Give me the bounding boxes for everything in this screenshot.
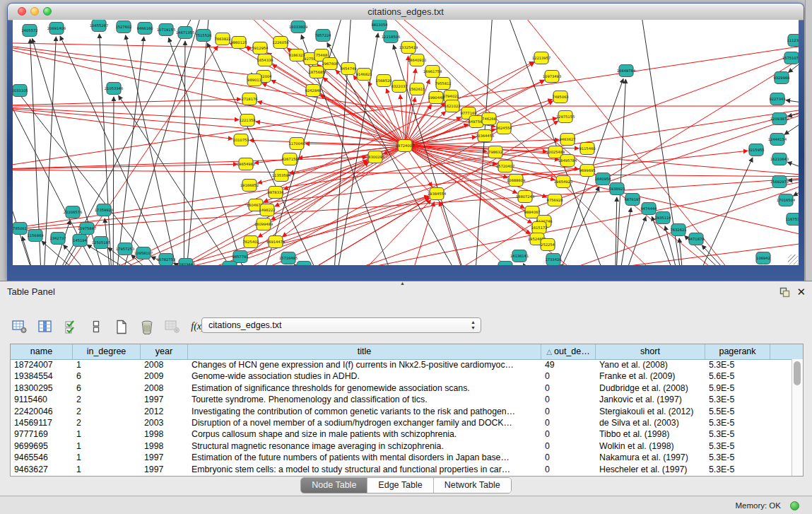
- edge[interactable]: [13, 99, 241, 106]
- edge[interactable]: [242, 264, 254, 265]
- cell[interactable]: 49: [541, 359, 596, 370]
- edge[interactable]: [60, 36, 184, 265]
- citation-network-graph[interactable]: 1872400718300295193845548322037156261513…: [13, 20, 799, 265]
- cell[interactable]: de Silva et al. (2003): [596, 417, 705, 428]
- node-9227343[interactable]: 9227343: [769, 93, 785, 105]
- edge[interactable]: [405, 62, 534, 146]
- node-9242848[interactable]: 9242848: [305, 85, 321, 97]
- edge[interactable]: [262, 83, 405, 146]
- table-settings-button[interactable]: [10, 317, 30, 336]
- window-resize-grip[interactable]: [788, 255, 798, 264]
- scrollbar-thumb[interactable]: [794, 361, 801, 385]
- column-header-out_de[interactable]: △out_de…: [541, 344, 596, 359]
- cell[interactable]: 0: [541, 428, 596, 440]
- node-10973493[interactable]: 10973493: [543, 71, 561, 83]
- cell[interactable]: 0: [541, 464, 596, 475]
- node-17016504[interactable]: 17016504: [777, 194, 796, 206]
- edge[interactable]: [786, 100, 799, 106]
- node-8471878[interactable]: 8471878: [688, 233, 704, 245]
- cell[interactable]: Stergiakouli et al. (2012): [596, 406, 705, 417]
- node-7625402[interactable]: 7625402: [242, 236, 259, 248]
- node-9146821[interactable]: 9146821: [355, 69, 372, 81]
- cell[interactable]: Corpus callosum shape and size in male p…: [188, 428, 541, 440]
- node-7663822[interactable]: 7663822: [214, 33, 230, 45]
- node-12093872[interactable]: 12093872: [770, 113, 789, 125]
- cell[interactable]: Franke et al. (2009): [596, 370, 705, 382]
- node-10975887[interactable]: 10975887: [78, 223, 96, 235]
- node-7515526[interactable]: 7515526: [195, 30, 211, 42]
- node-2967608[interactable]: 2967608: [322, 58, 338, 70]
- table-scrollbar[interactable]: [792, 359, 803, 476]
- node-8186323[interactable]: 8186323: [288, 49, 305, 62]
- node-18640910[interactable]: 18640910: [408, 54, 426, 66]
- node-2405572[interactable]: 2405572: [21, 25, 37, 37]
- cell[interactable]: 1: [73, 464, 141, 475]
- node-9329966[interactable]: 9329966: [773, 72, 789, 84]
- cell[interactable]: 6: [73, 382, 141, 394]
- cell[interactable]: 5.3E-5: [705, 464, 770, 475]
- edge[interactable]: [615, 197, 617, 265]
- node-8322037[interactable]: 8322037: [391, 81, 407, 93]
- node-12218506[interactable]: 12218506: [382, 31, 400, 43]
- node-746266[interactable]: 746266: [482, 113, 496, 125]
- node-16210643[interactable]: 16210643: [770, 153, 789, 165]
- table-row[interactable]: 1872400712008Changes of HCN gene express…: [11, 359, 792, 370]
- node-1498222[interactable]: 1498222: [259, 204, 275, 216]
- cell[interactable]: Dudbridge et al. (2008): [596, 382, 705, 394]
- node-5912954[interactable]: 5912954: [252, 42, 269, 54]
- column-header-year[interactable]: year: [141, 344, 188, 359]
- cell[interactable]: 5.3E-5: [705, 359, 770, 370]
- cell[interactable]: Tibbo et al. (1998): [596, 428, 705, 440]
- node-2718176[interactable]: 2718176: [241, 93, 257, 105]
- node-5938923[interactable]: 5938923: [608, 183, 625, 195]
- cell[interactable]: 1997: [141, 452, 188, 463]
- node-18724007[interactable]: 18724007: [396, 140, 414, 152]
- node-7955812[interactable]: 7955812: [435, 78, 451, 90]
- table-row[interactable]: 1830029562008Estimation of significance …: [11, 382, 792, 394]
- table-row[interactable]: 969969511998Structural magnetic resonanc…: [11, 440, 792, 452]
- cell[interactable]: 1997: [141, 464, 188, 475]
- cell[interactable]: 2: [73, 417, 141, 428]
- edge[interactable]: [403, 42, 799, 265]
- edge[interactable]: [184, 41, 185, 265]
- node-1615172[interactable]: 1615172: [531, 222, 547, 234]
- node-9115460[interactable]: 9115460: [579, 143, 595, 155]
- cell[interactable]: 2012: [141, 406, 188, 417]
- cell[interactable]: 9463627: [11, 464, 73, 475]
- node-16782753[interactable]: 16782753: [157, 254, 175, 266]
- edge[interactable]: [42, 37, 56, 265]
- node-15751074[interactable]: 15751074: [782, 52, 799, 64]
- new-column-button[interactable]: [112, 317, 131, 336]
- edge[interactable]: [113, 20, 212, 265]
- cell[interactable]: 2008: [141, 359, 188, 370]
- cell[interactable]: 0: [541, 440, 596, 452]
- edge[interactable]: [169, 37, 254, 265]
- column-header-pagerank[interactable]: pagerank: [705, 344, 770, 359]
- cell[interactable]: 0: [541, 406, 596, 417]
- node-3215955[interactable]: 3215955: [748, 144, 764, 156]
- cell[interactable]: Estimation of significance thresholds fo…: [188, 382, 541, 394]
- node-14136141[interactable]: 14136141: [510, 250, 529, 262]
- table-row[interactable]: 2242004622012Investigating the contribut…: [11, 406, 792, 417]
- cell[interactable]: Investigating the contribution of common…: [188, 406, 541, 417]
- node-19166852[interactable]: 19166852: [240, 180, 259, 192]
- node-1527602[interactable]: 1527602: [115, 21, 131, 33]
- node-9463627[interactable]: 9463627: [559, 134, 575, 146]
- node-11353594[interactable]: 11353594: [272, 170, 291, 182]
- column-header-title[interactable]: title: [188, 344, 541, 359]
- node-17957253[interactable]: 17957253: [116, 243, 134, 255]
- cell[interactable]: 1: [73, 428, 141, 440]
- node-7857224[interactable]: 7857224: [314, 30, 331, 42]
- node-19384554[interactable]: 19384554: [428, 188, 447, 200]
- table-selector-dropdown[interactable]: citations_edges.txt ▲▼: [201, 317, 481, 333]
- cell[interactable]: Wolkin et al. (1998): [596, 440, 705, 452]
- node-106942[interactable]: 106942: [756, 252, 770, 264]
- node-252254[interactable]: 252254: [541, 239, 555, 251]
- cell[interactable]: 2008: [141, 382, 188, 394]
- edge[interactable]: [13, 170, 799, 177]
- node-16648784[interactable]: 16648784: [617, 65, 636, 77]
- edge[interactable]: [523, 264, 544, 265]
- node-1226058[interactable]: 1226058: [272, 37, 288, 49]
- cell[interactable]: 1998: [141, 440, 188, 452]
- node-10655287[interactable]: 10655287: [90, 20, 108, 32]
